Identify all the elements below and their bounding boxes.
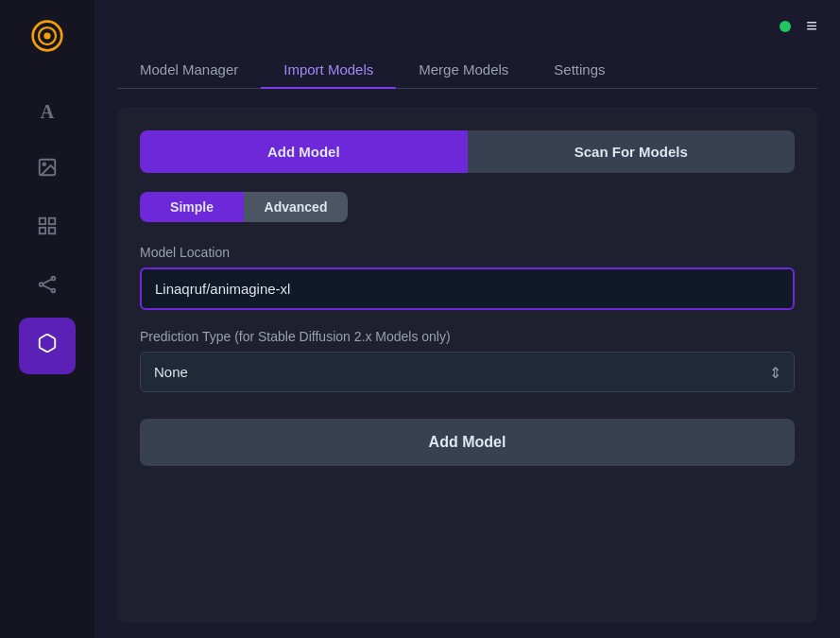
add-model-button[interactable]: Add Model xyxy=(140,419,795,466)
sidebar-item-image[interactable] xyxy=(19,142,76,198)
menu-button[interactable]: ≡ xyxy=(806,15,817,37)
svg-rect-8 xyxy=(49,228,55,233)
models-icon xyxy=(37,333,58,359)
topbar: ≡ xyxy=(117,15,817,52)
model-location-group: Model Location xyxy=(140,245,795,310)
logo-icon xyxy=(30,19,64,53)
prediction-type-label: Prediction Type (for Stable Diffusion 2.… xyxy=(140,329,795,344)
model-location-input[interactable] xyxy=(140,267,795,310)
simple-mode-button[interactable]: Simple xyxy=(140,192,244,222)
sidebar-item-grid[interactable] xyxy=(19,200,76,257)
add-model-mode-button[interactable]: Add Model xyxy=(140,130,468,173)
sidebar-item-models[interactable] xyxy=(19,318,76,374)
tab-import-models[interactable]: Import Models xyxy=(261,52,396,89)
content-panel: Add Model Scan For Models Simple Advance… xyxy=(117,108,817,623)
svg-point-9 xyxy=(40,283,43,286)
advanced-mode-button[interactable]: Advanced xyxy=(244,192,348,222)
sub-toggle: Simple Advanced xyxy=(140,192,348,222)
prediction-type-select-wrap: None epsilon v_prediction sample ⇕ xyxy=(140,352,795,392)
svg-rect-6 xyxy=(49,218,55,224)
sidebar-nav: A xyxy=(0,83,94,627)
sidebar-item-nodes[interactable] xyxy=(19,259,76,316)
svg-point-4 xyxy=(43,163,45,165)
svg-rect-7 xyxy=(40,228,45,233)
status-indicator xyxy=(780,21,791,32)
sidebar-item-text[interactable]: A xyxy=(19,83,76,140)
scan-for-models-mode-button[interactable]: Scan For Models xyxy=(468,130,796,173)
sidebar: A xyxy=(0,0,94,638)
image-icon xyxy=(37,157,58,183)
prediction-type-select[interactable]: None epsilon v_prediction sample xyxy=(140,352,795,392)
grid-icon xyxy=(37,216,58,242)
mode-toggle: Add Model Scan For Models xyxy=(140,130,795,173)
nodes-icon xyxy=(37,274,58,301)
main-content: ≡ Model Manager Import Models Merge Mode… xyxy=(94,0,840,638)
svg-line-12 xyxy=(43,280,51,285)
svg-point-10 xyxy=(52,277,56,281)
svg-point-11 xyxy=(52,289,56,293)
logo xyxy=(23,11,72,60)
model-location-label: Model Location xyxy=(140,245,795,260)
tab-bar: Model Manager Import Models Merge Models… xyxy=(117,52,817,89)
prediction-type-group: Prediction Type (for Stable Diffusion 2.… xyxy=(140,329,795,392)
tab-merge-models[interactable]: Merge Models xyxy=(396,52,531,89)
tab-settings[interactable]: Settings xyxy=(531,52,627,89)
svg-rect-5 xyxy=(40,218,45,224)
svg-point-2 xyxy=(43,32,50,39)
text-icon: A xyxy=(41,101,54,123)
tab-model-manager[interactable]: Model Manager xyxy=(117,52,261,89)
svg-line-13 xyxy=(43,285,51,290)
